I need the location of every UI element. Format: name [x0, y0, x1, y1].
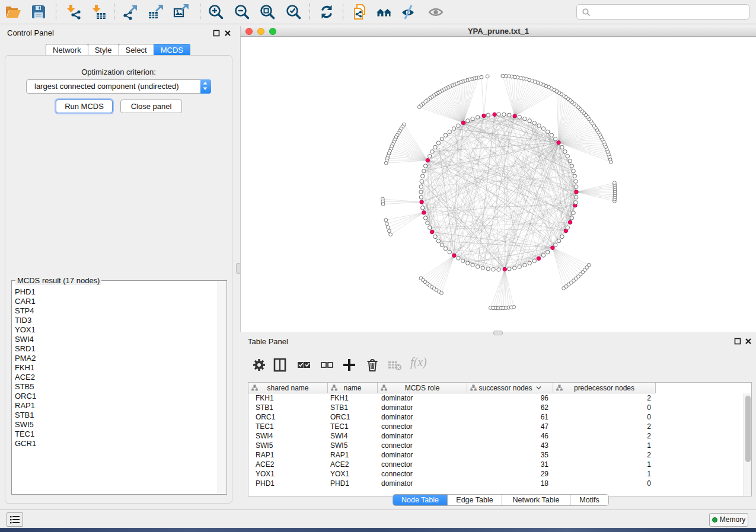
mcds-result-item[interactable]: PHD1	[12, 287, 218, 297]
export-network-icon[interactable]	[122, 3, 139, 21]
add-column-icon[interactable]	[341, 357, 358, 373]
mcds-result-item[interactable]: TID3	[12, 316, 218, 325]
minimize-window-icon[interactable]	[257, 28, 264, 35]
table-cell: dominator	[378, 393, 467, 403]
table-panel-close-icon[interactable]	[745, 338, 752, 345]
mcds-result-item[interactable]: YOX1	[12, 325, 218, 335]
optimization-criterion-select[interactable]: largest connected component (undirected)	[26, 79, 211, 94]
control-panel-float-icon[interactable]	[213, 30, 220, 37]
table-scrollbar[interactable]	[744, 393, 751, 496]
table-tab-network-table[interactable]: Network Table	[502, 495, 570, 505]
refresh-layout-icon[interactable]	[318, 3, 336, 21]
table-settings-icon[interactable]	[251, 357, 267, 373]
mcds-result-item[interactable]: FKH1	[12, 363, 218, 373]
deselect-all-icon[interactable]	[318, 357, 335, 373]
table-cell: FKH1	[328, 393, 378, 403]
table-row[interactable]: STB1STB1dominator620	[248, 403, 751, 412]
column-header-name[interactable]: name	[328, 383, 378, 393]
control-panel-close-icon[interactable]	[224, 30, 231, 37]
network-canvas[interactable]	[240, 37, 756, 332]
table-cell: 18	[467, 479, 553, 488]
table-row[interactable]: FKH1FKH1dominator962	[248, 393, 751, 403]
table-row[interactable]: YOX1YOX1connector291	[248, 469, 751, 479]
table-scrollbar-thumb[interactable]	[745, 396, 751, 462]
mcds-result-item[interactable]: STB1	[12, 411, 218, 420]
mcds-result-item[interactable]: RAP1	[12, 401, 218, 411]
mcds-result-scrollbar[interactable]	[218, 281, 226, 493]
table-cell: RAP1	[328, 450, 378, 460]
mcds-result-item[interactable]: PMA2	[12, 354, 218, 363]
horizontal-splitter[interactable]	[240, 332, 756, 335]
table-row[interactable]: ACE2ACE2connector311	[248, 460, 751, 469]
table-tab-edge-table[interactable]: Edge Table	[448, 495, 502, 505]
zoom-selected-icon[interactable]	[285, 3, 302, 21]
delete-column-icon[interactable]	[364, 357, 381, 373]
column-header-predecessor-nodes[interactable]: predecessor nodes	[553, 383, 656, 393]
zoom-in-icon[interactable]	[207, 3, 225, 21]
mcds-result-item[interactable]: STB5	[12, 382, 218, 392]
tab-network[interactable]: Network	[46, 44, 88, 56]
network-home-icon[interactable]	[375, 3, 393, 21]
zoom-fit-icon[interactable]	[259, 3, 276, 21]
export-image-icon[interactable]	[173, 3, 190, 21]
mcds-result-item[interactable]: SRD1	[12, 344, 218, 354]
table-row[interactable]: PHD1PHD1dominator180	[248, 479, 751, 488]
zoom-out-icon[interactable]	[233, 3, 251, 21]
desktop-background	[0, 528, 756, 532]
share-document-icon[interactable]	[351, 3, 369, 21]
mcds-result-item[interactable]: SWI5	[12, 420, 218, 430]
table-cell: dominator	[378, 431, 467, 441]
column-header-shared-name[interactable]: shared name	[248, 383, 328, 393]
table-cell: 2	[553, 431, 656, 441]
table-row[interactable]: SWI4SWI4dominator462	[248, 431, 751, 441]
table-cell: SWI5	[328, 441, 378, 450]
column-header-MCDS-role[interactable]: MCDS role	[378, 383, 467, 393]
close-window-icon[interactable]	[245, 28, 253, 35]
export-table-icon[interactable]	[147, 3, 165, 21]
table-cell: YOX1	[248, 469, 328, 479]
select-all-icon[interactable]	[295, 357, 312, 373]
node-table: shared namenameMCDS rolesuccessor nodesp…	[248, 382, 752, 496]
table-cell: 62	[467, 403, 553, 412]
import-network-icon[interactable]	[64, 3, 82, 21]
horizontal-splitter-handle[interactable]	[493, 331, 503, 335]
search-input[interactable]	[576, 4, 749, 20]
column-header-successor-nodes[interactable]: successor nodes	[467, 383, 553, 393]
mcds-result-list[interactable]: PHD1CAR1STP4TID3YOX1SWI4SRD1PMA2FKH1ACE2…	[12, 287, 218, 493]
table-tab-node-table[interactable]: Node Table	[393, 495, 448, 505]
table-cell: TEC1	[248, 422, 328, 431]
control-panel-tabs: Network Style Select MCDS	[46, 44, 190, 56]
table-row[interactable]: ORC1ORC1dominator610	[248, 412, 751, 422]
table-panel-float-icon[interactable]	[734, 338, 741, 345]
table-row[interactable]: RAP1RAP1dominator352	[248, 450, 751, 460]
mcds-result-group: MCDS result (17 nodes) PHD1CAR1STP4TID3Y…	[11, 280, 227, 495]
mcds-result-item[interactable]: GCR1	[12, 439, 218, 448]
table-row[interactable]: TEC1TEC1connector472	[248, 422, 751, 431]
mcds-result-item[interactable]: STP4	[12, 306, 218, 316]
maximize-window-icon[interactable]	[269, 28, 276, 35]
show-graphics-details-icon[interactable]	[427, 3, 445, 21]
column-visibility-icon[interactable]	[272, 357, 288, 373]
import-table-icon[interactable]	[90, 3, 107, 21]
mcds-result-item[interactable]: TEC1	[12, 430, 218, 439]
network-window-titlebar[interactable]: YPA_prune.txt_1	[240, 26, 756, 37]
table-cell: connector	[378, 441, 467, 450]
table-cell: ACE2	[248, 460, 328, 469]
table-cell: 29	[467, 469, 553, 479]
save-session-icon[interactable]	[30, 3, 47, 21]
memory-button[interactable]: Memory	[709, 513, 748, 527]
tab-mcds[interactable]: MCDS	[154, 44, 190, 56]
mcds-result-item[interactable]: ACE2	[12, 373, 218, 382]
tab-style[interactable]: Style	[88, 44, 119, 56]
mcds-result-item[interactable]: ORC1	[12, 392, 218, 401]
table-tab-motifs[interactable]: Motifs	[570, 495, 608, 505]
tab-select[interactable]: Select	[119, 44, 154, 56]
mcds-result-item[interactable]: CAR1	[12, 297, 218, 306]
task-history-button[interactable]	[7, 512, 23, 527]
open-session-icon[interactable]	[4, 3, 22, 21]
run-mcds-button[interactable]: Run MCDS	[56, 100, 113, 113]
close-panel-button[interactable]: Close panel	[120, 100, 182, 113]
table-row[interactable]: SWI5SWI5connector431	[248, 441, 751, 450]
mcds-result-item[interactable]: SWI4	[12, 335, 218, 344]
hide-visual-properties-icon[interactable]	[399, 3, 417, 21]
